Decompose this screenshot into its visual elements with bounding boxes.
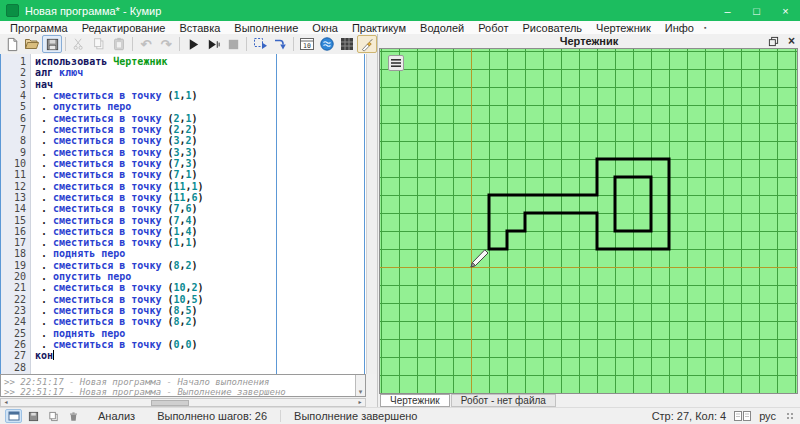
code-line[interactable]: 6 . сместиться в точку (2,1) bbox=[1, 113, 364, 124]
menu-item[interactable]: Программа bbox=[3, 22, 75, 34]
status-steps: Выполнено шагов: 26 bbox=[157, 410, 267, 422]
menu-item[interactable]: Выполнение bbox=[227, 22, 305, 34]
code-line[interactable]: 19 . сместиться в точку (8,2) bbox=[1, 260, 364, 271]
menu-item[interactable]: Вставка bbox=[172, 22, 227, 34]
code-line[interactable]: 1использовать Чертежник bbox=[1, 56, 364, 67]
status-mode: Анализ bbox=[98, 410, 135, 422]
run-to-end-button[interactable] bbox=[203, 35, 223, 53]
code-line[interactable]: 9 . сместиться в точку (3,3) bbox=[1, 147, 364, 158]
menu-item[interactable]: Водолей bbox=[413, 22, 471, 34]
panel-title-bar[interactable]: Чертежник × bbox=[378, 34, 800, 48]
menu-item[interactable]: Робот bbox=[471, 22, 515, 34]
code-line[interactable]: 14 . сместиться в точку (7,6) bbox=[1, 203, 364, 214]
new-file-button[interactable] bbox=[2, 35, 22, 53]
line-number: 12 bbox=[1, 181, 26, 192]
line-number: 18 bbox=[1, 248, 26, 259]
scrollbar-thumb[interactable] bbox=[151, 400, 189, 406]
scroll-left-icon[interactable]: ◂ bbox=[1, 399, 11, 406]
tab-robot[interactable]: Робот - нет файла bbox=[451, 394, 556, 407]
status-bar: Анализ Выполнено шагов: 26 Выполнение за… bbox=[0, 407, 800, 424]
code-line[interactable]: 7 . сместиться в точку (2,2) bbox=[1, 124, 364, 135]
code-editor[interactable]: 1использовать Чертежник2алг ключ3нач4 . … bbox=[0, 54, 377, 374]
line-number: 5 bbox=[1, 101, 26, 112]
paste-button[interactable] bbox=[109, 35, 129, 53]
close-button[interactable]: × bbox=[771, 0, 800, 21]
kumir-window: Новая программа* - Кумир – □ × Программа… bbox=[0, 0, 800, 424]
show-variables-button[interactable]: 10 bbox=[297, 35, 317, 53]
code-line[interactable]: 16 . сместиться в точку (1,4) bbox=[1, 226, 364, 237]
code-line[interactable]: 4 . сместиться в точку (1,1) bbox=[1, 90, 364, 101]
code-line[interactable]: 28 bbox=[1, 361, 364, 372]
code-line[interactable]: 12 . сместиться в точку (11,1) bbox=[1, 180, 364, 191]
panel-close-icon[interactable]: × bbox=[788, 35, 795, 47]
copy-button[interactable] bbox=[89, 35, 109, 53]
code-line[interactable]: 20 . опустить перо bbox=[1, 271, 364, 282]
line-number: 14 bbox=[1, 203, 26, 214]
risovatel-window-button[interactable] bbox=[357, 35, 377, 53]
console-output[interactable]: >> 22:51:17 - Новая программа - Начало в… bbox=[0, 374, 366, 397]
minimize-button[interactable]: – bbox=[713, 0, 742, 21]
menu-item[interactable]: Рисователь bbox=[515, 22, 589, 34]
menu-item[interactable]: Практикум bbox=[345, 22, 413, 34]
code-line[interactable]: 17 . сместиться в точку (1,1) bbox=[1, 237, 364, 248]
console-vertical-scrollbar[interactable]: ▾ bbox=[355, 375, 365, 396]
undo-button[interactable]: ↶ bbox=[136, 35, 156, 53]
line-number: 19 bbox=[1, 260, 26, 271]
copy-console-button[interactable] bbox=[45, 409, 62, 423]
redo-button[interactable]: ↷ bbox=[156, 35, 176, 53]
open-file-button[interactable] bbox=[22, 35, 42, 53]
code-line[interactable]: 25 . поднять перо bbox=[1, 328, 364, 339]
tab-chertezhnik[interactable]: Чертежник bbox=[380, 394, 450, 407]
drawing-field[interactable] bbox=[379, 48, 798, 394]
code-line[interactable]: 8 . сместиться в точку (3,2) bbox=[1, 135, 364, 146]
horizontal-scrollbar[interactable]: ◂ ▸ bbox=[0, 398, 366, 407]
code-line[interactable]: 23 . сместиться в точку (8,5) bbox=[1, 305, 364, 316]
clear-console-button[interactable] bbox=[65, 409, 82, 423]
vodoley-window-button[interactable] bbox=[317, 35, 337, 53]
toolbar-separator bbox=[132, 37, 133, 51]
bottom-tabs: ЧертежникРобот - нет файла bbox=[380, 394, 556, 407]
code-line[interactable]: 11 . сместиться в точку (7,1) bbox=[1, 169, 364, 180]
code-line[interactable]: 27кон bbox=[1, 350, 364, 361]
code-line[interactable]: 2алг ключ bbox=[1, 67, 364, 78]
toolbar-separator bbox=[65, 37, 66, 51]
run-button[interactable] bbox=[183, 35, 203, 53]
step-into-button[interactable] bbox=[270, 35, 290, 53]
save-console-button[interactable] bbox=[25, 409, 42, 423]
code-line[interactable]: 15 . сместиться в точку (7,4) bbox=[1, 214, 364, 225]
cut-button[interactable] bbox=[69, 35, 89, 53]
robot-field-window-button[interactable] bbox=[337, 35, 357, 53]
code-line[interactable]: 3нач bbox=[1, 79, 364, 90]
resize-grip[interactable] bbox=[786, 412, 795, 421]
step-over-button[interactable] bbox=[250, 35, 270, 53]
text-cursor bbox=[53, 350, 54, 360]
menu-item[interactable]: Редактирование bbox=[75, 22, 173, 34]
line-number: 17 bbox=[1, 237, 26, 248]
code-line[interactable]: 18 . поднять перо bbox=[1, 248, 364, 259]
menu-item[interactable]: Окна bbox=[305, 22, 345, 34]
show-console-button[interactable] bbox=[5, 409, 22, 423]
scroll-right-icon[interactable]: ▸ bbox=[355, 399, 365, 406]
menu-item[interactable]: Чертежник bbox=[589, 22, 658, 34]
save-file-button[interactable] bbox=[42, 35, 62, 53]
menu-overflow-icon[interactable]: ▪ bbox=[701, 24, 709, 31]
undock-icon[interactable] bbox=[768, 36, 779, 47]
code-line[interactable]: 13 . сместиться в точку (11,6) bbox=[1, 192, 364, 203]
keyboard-language[interactable]: рус bbox=[759, 410, 776, 422]
code-line[interactable]: 22 . сместиться в точку (10,5) bbox=[1, 294, 364, 305]
editor-vertical-scrollbar[interactable] bbox=[366, 54, 377, 374]
code-line[interactable]: 21 . сместиться в точку (10,2) bbox=[1, 282, 364, 293]
maximize-button[interactable]: □ bbox=[742, 0, 771, 21]
hamburger-icon bbox=[391, 59, 401, 67]
undo-icon: ↶ bbox=[141, 38, 152, 51]
code-line[interactable]: 5 . опустить перо bbox=[1, 101, 364, 112]
menu-bar: ПрограммаРедактированиеВставкаВыполнение… bbox=[0, 21, 800, 34]
keyboard-layout-icon[interactable] bbox=[734, 411, 751, 421]
code-line[interactable]: 10 . сместиться в точку (7,3) bbox=[1, 158, 364, 169]
menu-item[interactable]: Инфо bbox=[658, 22, 701, 34]
code-line[interactable]: 24 . сместиться в точку (8,2) bbox=[1, 316, 364, 327]
stop-button[interactable] bbox=[223, 35, 243, 53]
field-menu-button[interactable] bbox=[388, 55, 404, 71]
line-number: 23 bbox=[1, 305, 26, 316]
code-line[interactable]: 26 . сместиться в точку (0,0) bbox=[1, 339, 364, 350]
